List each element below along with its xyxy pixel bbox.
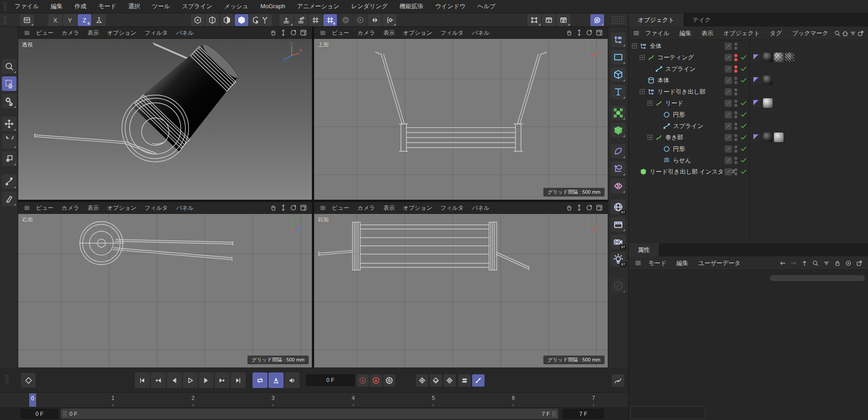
model-mode-button[interactable]: [235, 14, 248, 26]
viewport-canvas-perspective[interactable]: 透視 Y X Z: [18, 39, 312, 200]
maximize-view-button[interactable]: [594, 203, 604, 213]
record-keyframe-button[interactable]: [357, 374, 369, 387]
sky-button[interactable]: ST: [611, 200, 626, 214]
viewport-canvas-front[interactable]: 前面 Y X グリッド間隔 : 500 mm: [314, 214, 608, 367]
deformer-button[interactable]: [611, 144, 626, 159]
workplane-button[interactable]: [279, 14, 293, 26]
viewport-menu-2[interactable]: 表示: [83, 27, 103, 39]
pan-hand-button[interactable]: [268, 203, 278, 213]
pan-hand-button[interactable]: [564, 203, 574, 213]
material-tag-dark[interactable]: [763, 74, 774, 86]
viewport-menu-3[interactable]: オプション: [103, 27, 140, 39]
om-menu-0[interactable]: ファイル: [640, 27, 674, 40]
tab-0[interactable]: オブジェクト: [629, 13, 684, 27]
enabled-check-icon[interactable]: [740, 166, 747, 177]
play-mode-a-button[interactable]: [268, 372, 284, 388]
attribute-scrollbar[interactable]: [770, 275, 865, 281]
visibility-dots[interactable]: [734, 63, 737, 74]
material-tag-fiber[interactable]: [785, 52, 796, 63]
key-rotation-button[interactable]: [430, 374, 442, 387]
key-position-button[interactable]: [416, 374, 428, 387]
annotate-button[interactable]: [611, 278, 626, 293]
edit-toggle[interactable]: [725, 120, 732, 132]
menu-1[interactable]: 編集: [45, 0, 68, 13]
save-button[interactable]: [20, 14, 34, 26]
visibility-dots[interactable]: [734, 86, 737, 97]
tree-row[interactable]: スプライン: [629, 120, 868, 132]
home-button[interactable]: [841, 28, 849, 38]
pan-hand-button[interactable]: [268, 28, 278, 37]
target-button[interactable]: [843, 258, 854, 268]
null-object-button[interactable]: [611, 32, 626, 47]
enabled-check-icon[interactable]: [740, 97, 747, 109]
toolbar-drag-handle[interactable]: [3, 16, 7, 25]
playhead[interactable]: 0: [29, 393, 36, 407]
expander-icon[interactable]: −: [632, 43, 637, 48]
enabled-check-icon[interactable]: [740, 109, 747, 120]
range-end-handle[interactable]: [552, 411, 556, 417]
filter-button[interactable]: [849, 28, 857, 38]
spline-pen-tool-button[interactable]: [2, 174, 16, 189]
tree-row[interactable]: スプライン: [629, 63, 868, 74]
tree-row[interactable]: らせん: [629, 154, 868, 166]
points-mode-button[interactable]: [191, 14, 205, 26]
menu-13[interactable]: ヘルプ: [472, 0, 502, 13]
phong-tag-icon[interactable]: [752, 97, 760, 109]
falloff-b-button[interactable]: [353, 14, 367, 26]
viewport-menu-4[interactable]: フィルタ: [436, 202, 468, 214]
visibility-dots[interactable]: [734, 166, 737, 177]
phong-tag-icon[interactable]: [752, 52, 760, 63]
grid-lock-button[interactable]: [323, 14, 337, 26]
falloff-a-button[interactable]: [339, 14, 352, 26]
menu-2[interactable]: 作成: [68, 0, 92, 13]
viewport-menu-2[interactable]: 表示: [379, 27, 399, 39]
maximize-view-button[interactable]: [594, 28, 604, 37]
edit-toggle[interactable]: [725, 143, 732, 154]
menu-8[interactable]: MoGraph: [254, 0, 291, 13]
interactive-render-button[interactable]: [590, 14, 604, 26]
attr-menu-0[interactable]: モード: [643, 257, 672, 270]
pan-hand-button[interactable]: [564, 28, 574, 37]
edit-toggle[interactable]: [725, 63, 732, 74]
dolly-button[interactable]: [574, 28, 584, 37]
visibility-dots[interactable]: [734, 40, 737, 52]
viewport-menu-0[interactable]: ビュー: [328, 202, 353, 214]
menu-7[interactable]: メッシュ: [218, 0, 254, 13]
orbit-button[interactable]: [288, 203, 298, 213]
light-button[interactable]: ST: [611, 252, 626, 266]
viewport-menu-icon[interactable]: [22, 203, 32, 213]
om-menu-2[interactable]: 表示: [696, 27, 718, 40]
viewport-menu-3[interactable]: オプション: [103, 202, 140, 214]
viewport-canvas-right[interactable]: 右面 Y Z グリッド間隔 : 500 mm: [18, 214, 312, 367]
enable-axis-button[interactable]: [258, 14, 272, 26]
om-menu-5[interactable]: ブックマーク: [787, 27, 834, 40]
viewport-menu-2[interactable]: 表示: [379, 202, 399, 214]
viewport-menu-4[interactable]: フィルタ: [140, 27, 172, 39]
material-tag-metal[interactable]: [763, 97, 774, 109]
visibility-dots[interactable]: [734, 74, 737, 86]
edit-toggle[interactable]: [725, 40, 732, 52]
snap-button[interactable]: [368, 14, 382, 26]
material-tag-checker[interactable]: [774, 52, 785, 63]
snap-settings-button[interactable]: [383, 14, 396, 26]
set-keyframe-button[interactable]: [21, 373, 36, 388]
visibility-dots[interactable]: [734, 52, 737, 63]
axis-y-button[interactable]: Y: [63, 14, 77, 26]
attr-menu-2[interactable]: ユーザーデータ: [694, 257, 746, 270]
render-settings-button[interactable]: [557, 14, 570, 26]
phong-tag-icon[interactable]: [752, 74, 760, 86]
symmetry-button[interactable]: [611, 179, 626, 193]
viewport-menu-icon[interactable]: [318, 28, 328, 37]
visibility-dots[interactable]: [734, 154, 737, 166]
viewport-menu-1[interactable]: カメラ: [353, 202, 379, 214]
forward-dim-button[interactable]: [788, 258, 799, 268]
visibility-dots[interactable]: [734, 143, 737, 154]
menu-9[interactable]: アニメーション: [291, 0, 345, 13]
tree-row[interactable]: リード引き出し部 インスタンス: [629, 166, 868, 177]
dolly-button[interactable]: [574, 203, 584, 213]
back-button[interactable]: [777, 258, 788, 268]
range-start-handle[interactable]: [63, 411, 67, 417]
up-button[interactable]: [799, 258, 810, 268]
viewport-menu-5[interactable]: パネル: [172, 202, 198, 214]
menu-10[interactable]: レンダリング: [345, 0, 394, 13]
